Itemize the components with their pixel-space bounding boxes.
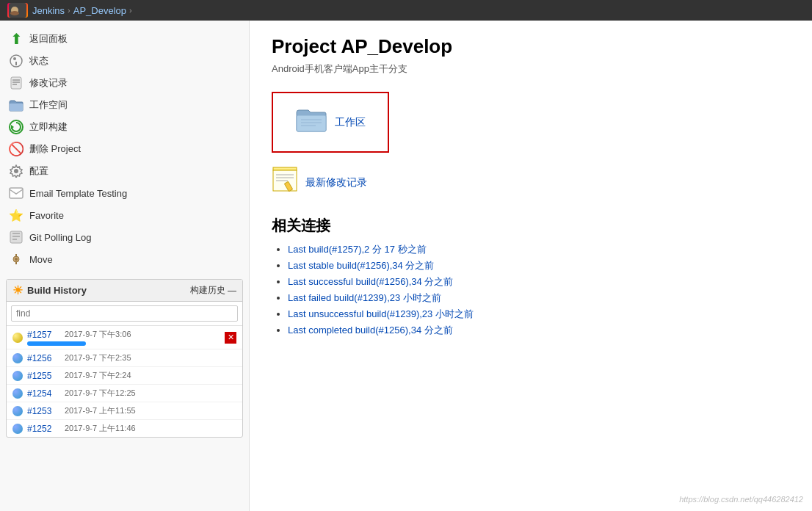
build-date-1256: 2017-9-7 下午2:35	[65, 352, 236, 363]
sidebar-label-git-polling: Git Polling Log	[29, 232, 92, 243]
svg-point-2	[10, 11, 19, 15]
svg-rect-10	[10, 104, 23, 111]
related-section-title: 相关连接	[272, 216, 790, 236]
status-ball-1252	[12, 424, 23, 434]
find-input[interactable]	[11, 305, 238, 322]
svg-point-4	[13, 57, 16, 60]
status-ball-1256	[12, 353, 23, 363]
svg-point-20	[15, 258, 18, 261]
related-link-4[interactable]: Last unsuccessful build(#1239),23 小时之前	[288, 308, 474, 319]
latest-changes-row: 最新修改记录	[272, 166, 790, 200]
top-bar: Jenkins › AP_Develop ›	[0, 0, 812, 21]
build-link-1257[interactable]: #1257	[27, 330, 60, 340]
related-link-2[interactable]: Last successful build(#1256),34 分之前	[288, 276, 453, 287]
build-date-1255: 2017-9-7 下午2:24	[65, 370, 236, 381]
list-item: Last completed build(#1256),34 分之前	[288, 324, 790, 337]
sidebar-label-build-now: 立即构建	[29, 120, 68, 134]
svg-rect-9	[12, 84, 17, 85]
svg-rect-27	[273, 167, 297, 170]
configure-icon	[9, 164, 23, 178]
build-history-title: ☀ Build History	[12, 283, 87, 297]
build-history-link[interactable]: 构建历史 —	[190, 284, 236, 297]
workspace-link[interactable]: 工作区	[335, 116, 366, 129]
related-link-3[interactable]: Last failed build(#1239),23 小时之前	[288, 292, 441, 303]
sidebar-item-favorite[interactable]: ⭐ Favorite	[0, 204, 249, 226]
git-icon	[9, 230, 23, 244]
build-link-1252[interactable]: #1252	[27, 424, 60, 434]
sidebar-item-status[interactable]: 状态	[0, 50, 249, 72]
sidebar-label-configure: 配置	[29, 164, 48, 178]
latest-changes-link[interactable]: 最新修改记录	[305, 176, 367, 189]
notepad-icon	[272, 166, 298, 200]
main-layout: ⬆ 返回面板 状态 修改记录 工作空间 立即构建	[0, 21, 812, 511]
move-icon	[9, 252, 23, 267]
sun-icon: ☀	[12, 283, 23, 297]
related-links-list: Last build(#1257),2 分 17 秒之前 Last stable…	[272, 243, 790, 337]
svg-rect-8	[12, 81, 20, 83]
sidebar-label-email: Email Template Testing	[29, 188, 127, 199]
minus-icon: —	[228, 286, 236, 296]
list-item: Last failed build(#1239),23 小时之前	[288, 291, 790, 305]
table-row: #1252 2017-9-7 上午11:46	[7, 420, 242, 437]
breadcrumb-sep-1: ›	[68, 6, 70, 15]
build-link-1255[interactable]: #1255	[27, 371, 60, 381]
build-date-1257: 2017-9-7 下午3:06	[65, 329, 220, 340]
build-date-1254: 2017-9-7 下午12:25	[65, 388, 236, 399]
build-link-1254[interactable]: #1254	[27, 388, 60, 399]
svg-rect-23	[297, 115, 326, 131]
sidebar-label-back: 返回面板	[29, 32, 68, 46]
sidebar-item-back[interactable]: ⬆ 返回面板	[0, 28, 249, 50]
sidebar-item-configure[interactable]: 配置	[0, 160, 249, 182]
table-row: #1257 2017-9-7 下午3:06 ✕	[7, 326, 242, 349]
build-link-1256[interactable]: #1256	[27, 353, 60, 363]
status-ball-1257	[12, 333, 23, 343]
delete-build-1257[interactable]: ✕	[225, 332, 236, 344]
related-link-1[interactable]: Last stable build(#1256),34 分之前	[288, 260, 434, 271]
sidebar-label-move: Move	[29, 254, 53, 265]
list-item: Last stable build(#1256),34 分之前	[288, 259, 790, 272]
project-desc: Android手机客户端App主干分支	[272, 62, 790, 76]
sidebar-item-move[interactable]: Move	[0, 248, 249, 270]
breadcrumb-jenkins[interactable]: Jenkins	[32, 5, 65, 16]
build-history-label: Build History	[27, 285, 87, 296]
breadcrumb-sep-2: ›	[129, 6, 132, 15]
breadcrumb-ap-develop[interactable]: AP_Develop	[73, 5, 126, 16]
related-link-5[interactable]: Last completed build(#1256),34 分之前	[288, 325, 453, 336]
related-link-0[interactable]: Last build(#1257),2 分 17 秒之前	[288, 244, 427, 255]
status-ball-1255	[12, 371, 23, 381]
changes-icon	[9, 76, 23, 90]
svg-point-13	[14, 169, 18, 173]
sidebar-item-workspace[interactable]: 工作空间	[0, 94, 249, 116]
jenkins-logo	[7, 3, 28, 18]
build-history-link-label: 构建历史	[190, 284, 225, 297]
sidebar-item-email[interactable]: Email Template Testing	[0, 182, 249, 204]
table-row: #1256 2017-9-7 下午2:35	[7, 349, 242, 367]
workspace-box[interactable]: 工作区	[272, 92, 389, 153]
find-input-wrap	[7, 302, 242, 326]
sidebar-label-favorite: Favorite	[29, 210, 64, 221]
delete-icon: 🚫	[9, 142, 23, 156]
sidebar-item-git-polling[interactable]: Git Polling Log	[0, 226, 249, 248]
list-item: Last unsuccessful build(#1239),23 小时之前	[288, 308, 790, 321]
build-history-header: ☀ Build History 构建历史 —	[7, 280, 242, 302]
list-item: Last build(#1257),2 分 17 秒之前	[288, 243, 790, 256]
build-link-1253[interactable]: #1253	[27, 406, 60, 416]
sidebar-item-build-now[interactable]: 立即构建	[0, 116, 249, 138]
list-item: Last successful build(#1256),34 分之前	[288, 275, 790, 289]
build-history-panel: ☀ Build History 构建历史 — #1257 2017-9-7 下午…	[6, 279, 243, 438]
build-row-inner-1257: #1257 2017-9-7 下午3:06	[27, 329, 220, 346]
build-date-1252: 2017-9-7 上午11:46	[65, 423, 236, 434]
sidebar-label-workspace: 工作空间	[29, 98, 68, 112]
svg-rect-15	[10, 231, 22, 243]
svg-rect-14	[10, 188, 23, 198]
breadcrumb: Jenkins › AP_Develop ›	[32, 5, 132, 16]
table-row: #1253 2017-9-7 上午11:55	[7, 402, 242, 420]
sidebar-item-changes[interactable]: 修改记录	[0, 72, 249, 94]
status-icon	[9, 54, 23, 68]
sidebar-label-changes: 修改记录	[29, 76, 68, 90]
sidebar-label-delete: 删除 Project	[29, 142, 81, 156]
favorite-icon: ⭐	[9, 208, 23, 222]
email-icon	[9, 186, 23, 200]
build-progress-bar	[27, 341, 86, 346]
sidebar-item-delete[interactable]: 🚫 删除 Project	[0, 138, 249, 160]
